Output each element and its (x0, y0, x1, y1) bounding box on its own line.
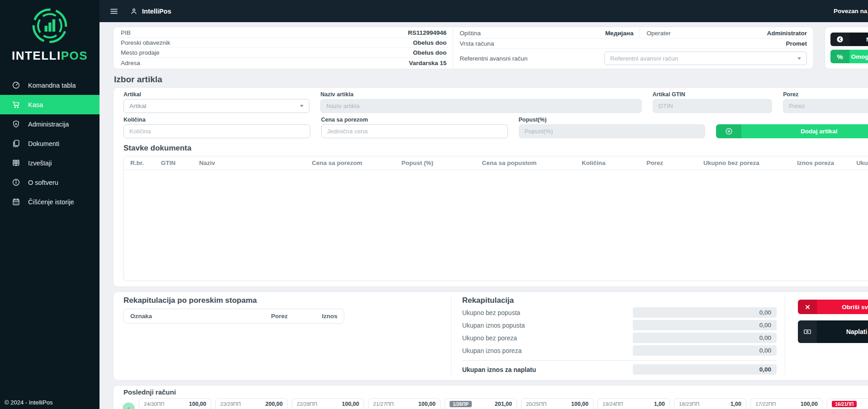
rekap-po-stopama-heading: Rekapitulacija po poreskim stopama (123, 296, 439, 305)
cena-field-group: Cena sa porezom (321, 117, 508, 138)
receipt-card[interactable]: 17/22ПП100,00 06.06.2024 15:41:31 (750, 398, 823, 409)
sidebar-item-label: Komandna tabla (28, 82, 76, 89)
back-button-label: Nazad (849, 36, 868, 43)
info-row-pib: PIB RS112994946 (119, 28, 448, 38)
receipt-card[interactable]: 18/23ПП1,00 06.06.2024 15:41:38 (674, 398, 746, 409)
col-naziv: Naziv (199, 160, 299, 166)
ukupno-bez-popusta-label: Ukupno bez popusta (462, 309, 633, 316)
receipt-card[interactable]: 22/28ПП100,00 10.06.2024 09:24:57 (292, 398, 364, 409)
pfr-status-label: Povezan na PFR (834, 8, 868, 14)
company-info-right: Opština Медијана Operater Administrator … (453, 28, 813, 68)
artikal-select[interactable]: Artikal (123, 99, 309, 113)
ukupno-bez-poreza-value: 0,00 (633, 333, 777, 343)
clear-all-button[interactable]: Obriši sve (798, 300, 868, 314)
adresa-label: Adresa (121, 60, 140, 66)
receipt-amount: 100,00 (571, 401, 588, 407)
pay-label: Naplati (817, 328, 868, 335)
poslednji-racuni-heading: Poslednji računi (123, 388, 868, 396)
naziv-artikla-input[interactable] (320, 99, 641, 113)
receipt-card[interactable]: 20/25ПП100,00 06.06.2024 15:41:59 (521, 398, 593, 409)
receipt-card[interactable]: 16/21ПП 06.06. (827, 398, 868, 409)
jedinicna-cena-input[interactable] (321, 124, 508, 138)
sidebar-item-o-softveru[interactable]: O softveru (0, 173, 100, 192)
artikal-label: Artikal (123, 91, 309, 98)
app-window: INTELLIPOS Komandna tabla Kasa Administr… (0, 0, 868, 409)
porez-input[interactable] (783, 99, 868, 113)
clear-all-label: Obriši sve (817, 304, 868, 310)
kolicina-input[interactable] (123, 124, 310, 138)
col-rbr: R.br. (130, 160, 161, 166)
ukupan-iznos-poreza-value: 0,00 (633, 345, 777, 356)
chevron-down-icon (797, 57, 801, 60)
carousel-prev-button[interactable] (123, 403, 135, 409)
col-cena-sa-popustom: Cena sa popustom (460, 160, 559, 166)
calendar-icon (12, 197, 20, 206)
opstina-value: Медијана (605, 30, 634, 37)
izbor-artikla-heading: Izbor artikla (114, 75, 868, 85)
copyright: © 2024 - IntelliPos (5, 399, 52, 406)
kolicina-field-group: Količina (123, 117, 310, 138)
col-stopa-porez: Porez (238, 313, 306, 320)
receipt-badge: 23/29ПП (220, 401, 241, 407)
topbar-right: Povezan na PFR (834, 6, 868, 16)
receipt-badge-advance: 1/26ПР (450, 401, 472, 407)
topbar-brand-label: IntelliPos (142, 8, 171, 15)
gtin-field-group: Artikal GTIN (653, 91, 773, 113)
receipt-card[interactable]: 24/30ПП100,00 10.06.2024 17:12:01 (139, 398, 211, 409)
artikal-select-placeholder: Artikal (129, 103, 147, 109)
mesto-prodaje-value: Obelus doo (413, 49, 446, 56)
receipt-card[interactable]: 1/26ПР201,00 06.06.2024 15:42:24 (445, 398, 517, 409)
speedometer-icon (12, 81, 20, 89)
info-row-referentni-racun: Referentni avansni račun Referentni avan… (460, 49, 807, 68)
receipt-amount: 100,00 (418, 401, 436, 407)
col-stopa-iznos: Iznos (306, 313, 337, 320)
add-article-button[interactable]: Dodaj artikal (716, 124, 868, 138)
sidebar-item-administracija[interactable]: Administracija (0, 114, 100, 134)
receipt-card[interactable]: 23/29ПП200,00 10.06.2024 17:11:52 (215, 398, 288, 409)
enable-discount-button[interactable]: % Omogući popust (830, 50, 868, 63)
col-oznaka: Oznaka (130, 313, 238, 320)
referentni-racun-select[interactable]: Referentni avansni račun (604, 52, 807, 65)
sidebar-item-izvestaji[interactable]: Izveštaji (0, 153, 100, 173)
banknote-icon (798, 320, 817, 343)
receipt-amount: 201,00 (495, 401, 512, 407)
sidebar-menu: Komandna tabla Kasa Administracija Dokum… (0, 75, 100, 212)
logo: INTELLIPOS (0, 0, 100, 65)
col-popust: Popust (%) (375, 160, 460, 166)
porez-label: Porez (783, 91, 868, 98)
kolicina-label: Količina (123, 117, 310, 123)
col-iznos-poreza: Iznos poreza (781, 160, 850, 166)
sidebar-item-ciscenje-istorije[interactable]: Čišćenje istorije (0, 192, 100, 212)
sidebar-item-label: O softveru (28, 179, 58, 186)
receipt-badge: 24/30ПП (144, 401, 164, 407)
sidebar-item-komandna-tabla[interactable]: Komandna tabla (0, 75, 100, 95)
ukupan-iznos-poreza-label: Ukupan iznos poreza (462, 347, 633, 354)
referentni-racun-label: Referentni avansni račun (460, 55, 527, 62)
poslednji-racuni-panel: Poslednji računi 24/30ПП100,00 10.06.202… (113, 385, 868, 409)
company-info-left: PIB RS112994946 Poreski obaveznik Obelus… (114, 28, 453, 68)
receipts-carousel: 24/30ПП100,00 10.06.2024 17:12:01 23/29П… (123, 398, 868, 409)
back-button[interactable]: Nazad (830, 33, 868, 46)
artikal-field-group: Artikal Artikal (123, 91, 309, 113)
sidebar-item-label: Dokumenti (28, 140, 59, 147)
info-row-adresa: Adresa Vardarska 15 (119, 58, 448, 68)
sidebar-item-dokumenti[interactable]: Dokumenti (0, 134, 100, 153)
article-form-row-1: Artikal Artikal Naziv artikla Artikal GT… (123, 91, 868, 113)
main-area: IntelliPos Povezan na PFR PIB RS11299494… (100, 0, 868, 409)
pay-button[interactable]: Naplati (798, 320, 868, 343)
rekapitulacija-panel: Rekapitulacija po poreskim stopama Oznak… (113, 291, 868, 381)
sidebar-item-kasa[interactable]: Kasa (0, 95, 100, 114)
naziv-artikla-label: Naziv artikla (320, 91, 641, 98)
artikal-gtin-input[interactable] (653, 99, 773, 113)
hamburger-menu-icon[interactable] (109, 7, 119, 16)
receipt-amount: 1,00 (730, 401, 741, 407)
receipt-card[interactable]: 21/27ПП100,00 10.06.2024 09:21:33 (368, 398, 441, 409)
popust-input[interactable] (519, 124, 706, 138)
ukupan-iznos-za-naplatu-value: 0,00 (633, 364, 777, 375)
receipt-badge: 18/23ПП (679, 401, 699, 407)
info-row-poreski-obaveznik: Poreski obaveznik Obelus doo (119, 38, 448, 48)
receipt-card[interactable]: 19/24ПП1,00 06.06.2024 15:41:51 (598, 398, 670, 409)
artikal-gtin-label: Artikal GTIN (653, 91, 773, 98)
top-info-row: PIB RS112994946 Poreski obaveznik Obelus… (113, 27, 868, 69)
topbar-brand[interactable]: IntelliPos (130, 8, 171, 15)
